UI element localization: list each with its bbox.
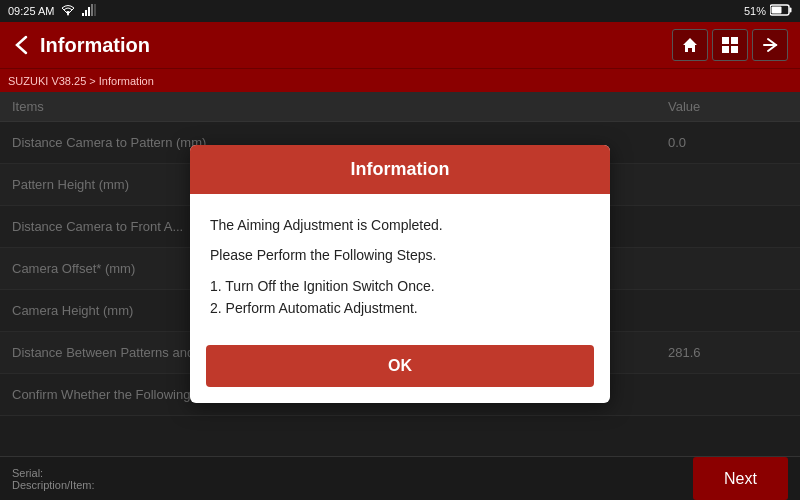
dialog-header: Information [190, 145, 610, 194]
back-button[interactable] [12, 34, 30, 56]
time-display: 09:25 AM [8, 5, 54, 17]
svg-rect-5 [94, 4, 96, 16]
footer-serial: Serial: [12, 467, 95, 479]
svg-rect-8 [772, 7, 782, 14]
svg-point-0 [67, 14, 69, 16]
wifi-icon [60, 4, 76, 18]
dialog-step2: 2. Perform Automatic Adjustment. [210, 297, 590, 319]
grid-button[interactable] [712, 29, 748, 61]
battery-icon [770, 4, 792, 18]
ok-button[interactable]: OK [206, 345, 594, 387]
dialog-title: Information [351, 159, 450, 179]
battery-percent: 51% [744, 5, 766, 17]
exit-button[interactable] [752, 29, 788, 61]
signal-icon [82, 4, 96, 18]
footer-description: Description/Item: [12, 479, 95, 491]
header: Information [0, 22, 800, 68]
status-bar: 09:25 AM 51% [0, 0, 800, 22]
information-dialog: Information The Aiming Adjustment is Com… [190, 145, 610, 404]
svg-rect-12 [722, 46, 729, 53]
modal-overlay: Information The Aiming Adjustment is Com… [0, 92, 800, 456]
svg-rect-1 [82, 13, 84, 16]
status-left: 09:25 AM [8, 4, 96, 18]
dialog-line2: Please Perform the Following Steps. [210, 244, 590, 266]
svg-rect-10 [722, 37, 729, 44]
dialog-step1: 1. Turn Off the Ignition Switch Once. [210, 275, 590, 297]
svg-rect-7 [790, 8, 792, 13]
footer: Serial: Description/Item: Next [0, 456, 800, 500]
svg-rect-13 [731, 46, 738, 53]
header-icons [672, 29, 788, 61]
svg-rect-11 [731, 37, 738, 44]
svg-marker-9 [683, 38, 697, 52]
dialog-body: The Aiming Adjustment is Completed. Plea… [190, 194, 610, 336]
next-button[interactable]: Next [693, 457, 788, 500]
footer-info: Serial: Description/Item: [12, 467, 95, 491]
page-title: Information [40, 34, 662, 57]
main-content: Items Value Distance Camera to Pattern (… [0, 92, 800, 456]
dialog-footer: OK [190, 335, 610, 403]
svg-rect-2 [85, 10, 87, 16]
status-right: 51% [744, 4, 792, 18]
svg-rect-3 [88, 7, 90, 16]
svg-rect-4 [91, 4, 93, 16]
breadcrumb: SUZUKI V38.25 > Information [0, 68, 800, 92]
home-button[interactable] [672, 29, 708, 61]
dialog-steps: 1. Turn Off the Ignition Switch Once. 2.… [210, 275, 590, 320]
dialog-line1: The Aiming Adjustment is Completed. [210, 214, 590, 236]
